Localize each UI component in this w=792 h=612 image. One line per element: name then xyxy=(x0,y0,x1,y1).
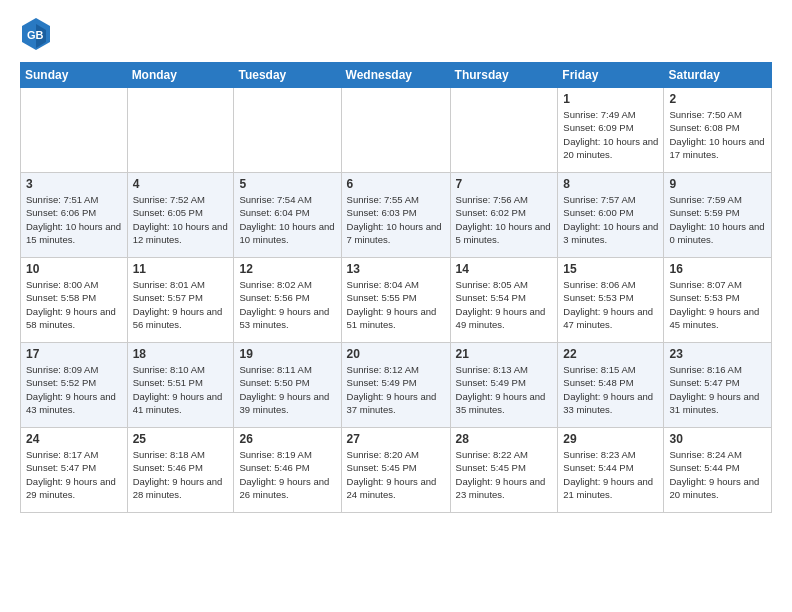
weekday-header-sunday: Sunday xyxy=(21,63,128,88)
calendar-cell xyxy=(127,88,234,173)
calendar-cell: 2Sunrise: 7:50 AM Sunset: 6:08 PM Daylig… xyxy=(664,88,772,173)
day-info: Sunrise: 7:57 AM Sunset: 6:00 PM Dayligh… xyxy=(563,193,658,246)
weekday-header-tuesday: Tuesday xyxy=(234,63,341,88)
calendar-week-1: 3Sunrise: 7:51 AM Sunset: 6:06 PM Daylig… xyxy=(21,173,772,258)
day-info: Sunrise: 8:16 AM Sunset: 5:47 PM Dayligh… xyxy=(669,363,766,416)
day-number: 24 xyxy=(26,432,122,446)
calendar-cell: 4Sunrise: 7:52 AM Sunset: 6:05 PM Daylig… xyxy=(127,173,234,258)
day-number: 12 xyxy=(239,262,335,276)
weekday-header-wednesday: Wednesday xyxy=(341,63,450,88)
day-number: 3 xyxy=(26,177,122,191)
day-number: 19 xyxy=(239,347,335,361)
day-number: 11 xyxy=(133,262,229,276)
day-number: 7 xyxy=(456,177,553,191)
calendar-cell: 10Sunrise: 8:00 AM Sunset: 5:58 PM Dayli… xyxy=(21,258,128,343)
day-info: Sunrise: 8:06 AM Sunset: 5:53 PM Dayligh… xyxy=(563,278,658,331)
day-number: 20 xyxy=(347,347,445,361)
weekday-header-saturday: Saturday xyxy=(664,63,772,88)
calendar-cell: 1Sunrise: 7:49 AM Sunset: 6:09 PM Daylig… xyxy=(558,88,664,173)
day-info: Sunrise: 8:19 AM Sunset: 5:46 PM Dayligh… xyxy=(239,448,335,501)
calendar-week-3: 17Sunrise: 8:09 AM Sunset: 5:52 PM Dayli… xyxy=(21,343,772,428)
day-number: 18 xyxy=(133,347,229,361)
day-number: 2 xyxy=(669,92,766,106)
calendar-cell: 21Sunrise: 8:13 AM Sunset: 5:49 PM Dayli… xyxy=(450,343,558,428)
day-info: Sunrise: 8:22 AM Sunset: 5:45 PM Dayligh… xyxy=(456,448,553,501)
calendar-cell: 28Sunrise: 8:22 AM Sunset: 5:45 PM Dayli… xyxy=(450,428,558,513)
day-info: Sunrise: 8:04 AM Sunset: 5:55 PM Dayligh… xyxy=(347,278,445,331)
day-number: 29 xyxy=(563,432,658,446)
day-number: 26 xyxy=(239,432,335,446)
day-info: Sunrise: 8:10 AM Sunset: 5:51 PM Dayligh… xyxy=(133,363,229,416)
day-number: 4 xyxy=(133,177,229,191)
day-number: 14 xyxy=(456,262,553,276)
calendar-cell: 20Sunrise: 8:12 AM Sunset: 5:49 PM Dayli… xyxy=(341,343,450,428)
day-number: 27 xyxy=(347,432,445,446)
day-info: Sunrise: 7:59 AM Sunset: 5:59 PM Dayligh… xyxy=(669,193,766,246)
day-number: 9 xyxy=(669,177,766,191)
day-info: Sunrise: 8:23 AM Sunset: 5:44 PM Dayligh… xyxy=(563,448,658,501)
weekday-header-row: SundayMondayTuesdayWednesdayThursdayFrid… xyxy=(21,63,772,88)
calendar-cell: 30Sunrise: 8:24 AM Sunset: 5:44 PM Dayli… xyxy=(664,428,772,513)
day-info: Sunrise: 8:12 AM Sunset: 5:49 PM Dayligh… xyxy=(347,363,445,416)
day-info: Sunrise: 8:24 AM Sunset: 5:44 PM Dayligh… xyxy=(669,448,766,501)
day-info: Sunrise: 7:54 AM Sunset: 6:04 PM Dayligh… xyxy=(239,193,335,246)
day-number: 21 xyxy=(456,347,553,361)
calendar-cell: 14Sunrise: 8:05 AM Sunset: 5:54 PM Dayli… xyxy=(450,258,558,343)
day-info: Sunrise: 7:51 AM Sunset: 6:06 PM Dayligh… xyxy=(26,193,122,246)
calendar-cell: 22Sunrise: 8:15 AM Sunset: 5:48 PM Dayli… xyxy=(558,343,664,428)
day-info: Sunrise: 8:00 AM Sunset: 5:58 PM Dayligh… xyxy=(26,278,122,331)
calendar-cell: 29Sunrise: 8:23 AM Sunset: 5:44 PM Dayli… xyxy=(558,428,664,513)
day-info: Sunrise: 7:49 AM Sunset: 6:09 PM Dayligh… xyxy=(563,108,658,161)
weekday-header-thursday: Thursday xyxy=(450,63,558,88)
calendar-table: SundayMondayTuesdayWednesdayThursdayFrid… xyxy=(20,62,772,513)
calendar-cell: 8Sunrise: 7:57 AM Sunset: 6:00 PM Daylig… xyxy=(558,173,664,258)
day-number: 1 xyxy=(563,92,658,106)
calendar-cell: 11Sunrise: 8:01 AM Sunset: 5:57 PM Dayli… xyxy=(127,258,234,343)
calendar-cell: 26Sunrise: 8:19 AM Sunset: 5:46 PM Dayli… xyxy=(234,428,341,513)
day-number: 16 xyxy=(669,262,766,276)
calendar-cell: 6Sunrise: 7:55 AM Sunset: 6:03 PM Daylig… xyxy=(341,173,450,258)
day-number: 25 xyxy=(133,432,229,446)
day-info: Sunrise: 7:52 AM Sunset: 6:05 PM Dayligh… xyxy=(133,193,229,246)
calendar-cell: 24Sunrise: 8:17 AM Sunset: 5:47 PM Dayli… xyxy=(21,428,128,513)
day-number: 22 xyxy=(563,347,658,361)
calendar-cell: 18Sunrise: 8:10 AM Sunset: 5:51 PM Dayli… xyxy=(127,343,234,428)
calendar-cell xyxy=(450,88,558,173)
calendar-cell: 12Sunrise: 8:02 AM Sunset: 5:56 PM Dayli… xyxy=(234,258,341,343)
day-info: Sunrise: 8:02 AM Sunset: 5:56 PM Dayligh… xyxy=(239,278,335,331)
calendar-cell: 23Sunrise: 8:16 AM Sunset: 5:47 PM Dayli… xyxy=(664,343,772,428)
day-info: Sunrise: 7:55 AM Sunset: 6:03 PM Dayligh… xyxy=(347,193,445,246)
day-info: Sunrise: 8:07 AM Sunset: 5:53 PM Dayligh… xyxy=(669,278,766,331)
day-number: 15 xyxy=(563,262,658,276)
day-number: 5 xyxy=(239,177,335,191)
day-info: Sunrise: 7:56 AM Sunset: 6:02 PM Dayligh… xyxy=(456,193,553,246)
calendar-cell: 15Sunrise: 8:06 AM Sunset: 5:53 PM Dayli… xyxy=(558,258,664,343)
day-info: Sunrise: 8:01 AM Sunset: 5:57 PM Dayligh… xyxy=(133,278,229,331)
calendar-cell xyxy=(21,88,128,173)
calendar-week-0: 1Sunrise: 7:49 AM Sunset: 6:09 PM Daylig… xyxy=(21,88,772,173)
logo: GB xyxy=(20,16,56,52)
day-number: 6 xyxy=(347,177,445,191)
header: GB xyxy=(20,16,772,52)
day-info: Sunrise: 8:15 AM Sunset: 5:48 PM Dayligh… xyxy=(563,363,658,416)
day-info: Sunrise: 8:17 AM Sunset: 5:47 PM Dayligh… xyxy=(26,448,122,501)
calendar-cell: 5Sunrise: 7:54 AM Sunset: 6:04 PM Daylig… xyxy=(234,173,341,258)
calendar-cell: 16Sunrise: 8:07 AM Sunset: 5:53 PM Dayli… xyxy=(664,258,772,343)
day-info: Sunrise: 8:13 AM Sunset: 5:49 PM Dayligh… xyxy=(456,363,553,416)
day-info: Sunrise: 7:50 AM Sunset: 6:08 PM Dayligh… xyxy=(669,108,766,161)
day-info: Sunrise: 8:20 AM Sunset: 5:45 PM Dayligh… xyxy=(347,448,445,501)
day-info: Sunrise: 8:09 AM Sunset: 5:52 PM Dayligh… xyxy=(26,363,122,416)
day-number: 30 xyxy=(669,432,766,446)
day-number: 10 xyxy=(26,262,122,276)
calendar-cell: 17Sunrise: 8:09 AM Sunset: 5:52 PM Dayli… xyxy=(21,343,128,428)
weekday-header-friday: Friday xyxy=(558,63,664,88)
calendar-cell: 9Sunrise: 7:59 AM Sunset: 5:59 PM Daylig… xyxy=(664,173,772,258)
calendar-cell: 3Sunrise: 7:51 AM Sunset: 6:06 PM Daylig… xyxy=(21,173,128,258)
calendar-cell: 7Sunrise: 7:56 AM Sunset: 6:02 PM Daylig… xyxy=(450,173,558,258)
calendar-cell: 13Sunrise: 8:04 AM Sunset: 5:55 PM Dayli… xyxy=(341,258,450,343)
day-info: Sunrise: 8:05 AM Sunset: 5:54 PM Dayligh… xyxy=(456,278,553,331)
day-info: Sunrise: 8:18 AM Sunset: 5:46 PM Dayligh… xyxy=(133,448,229,501)
day-number: 17 xyxy=(26,347,122,361)
calendar-cell: 25Sunrise: 8:18 AM Sunset: 5:46 PM Dayli… xyxy=(127,428,234,513)
day-info: Sunrise: 8:11 AM Sunset: 5:50 PM Dayligh… xyxy=(239,363,335,416)
